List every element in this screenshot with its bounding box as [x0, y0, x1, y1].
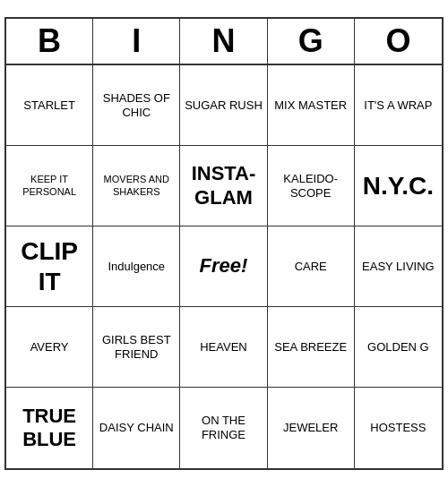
bingo-cell: SEA BREEZE [268, 307, 355, 388]
bingo-cell: INSTA- GLAM [180, 146, 267, 226]
bingo-cell: EASY LIVING [355, 226, 442, 307]
bingo-card: BINGO STARLETSHADES OF CHICSUGAR RUSHMIX… [4, 17, 444, 470]
bingo-cell: GIRLS BEST FRIEND [93, 307, 180, 388]
bingo-cell: STARLET [6, 65, 93, 146]
bingo-cell: KEEP IT PERSONAL [6, 146, 93, 226]
header-letter: G [268, 19, 355, 64]
bingo-cell: GOLDEN G [355, 307, 442, 388]
bingo-cell: Indulgence [93, 226, 180, 307]
bingo-cell: IT'S A WRAP [355, 65, 442, 146]
bingo-cell: KALEIDO- SCOPE [268, 146, 355, 226]
header-letter: B [6, 19, 93, 64]
bingo-cell: AVERY [6, 307, 93, 388]
bingo-grid: STARLETSHADES OF CHICSUGAR RUSHMIX MASTE… [6, 65, 442, 468]
bingo-cell: ON THE FRINGE [180, 388, 267, 468]
bingo-cell: JEWELER [268, 388, 355, 468]
header-letter: O [355, 19, 442, 64]
bingo-cell: TRUE BLUE [6, 388, 93, 468]
bingo-cell: Free! [180, 226, 267, 307]
bingo-cell: CARE [268, 226, 355, 307]
bingo-cell: DAISY CHAIN [93, 388, 180, 468]
bingo-cell: SUGAR RUSH [180, 65, 267, 146]
header-letter: N [180, 19, 267, 64]
bingo-cell: HEAVEN [180, 307, 267, 388]
bingo-cell: N.Y.C. [355, 146, 442, 226]
bingo-cell: HOSTESS [355, 388, 442, 468]
header-letter: I [93, 19, 180, 64]
bingo-header: BINGO [6, 19, 442, 65]
bingo-cell: CLIP IT [6, 226, 93, 307]
bingo-cell: SHADES OF CHIC [93, 65, 180, 146]
bingo-cell: MOVERS AND SHAKERS [93, 146, 180, 226]
bingo-cell: MIX MASTER [268, 65, 355, 146]
